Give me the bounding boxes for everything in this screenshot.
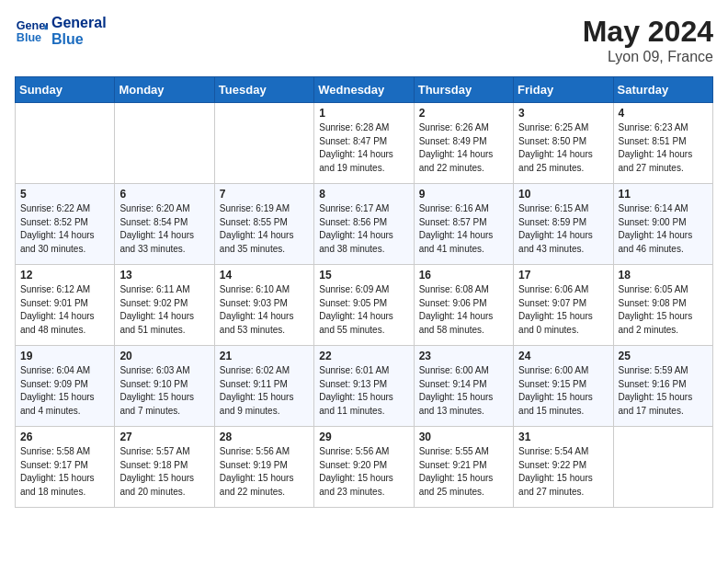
day-number: 27 bbox=[119, 431, 209, 443]
calendar-day-17: 17Sunrise: 6:06 AM Sunset: 9:07 PM Dayli… bbox=[514, 265, 613, 346]
day-content: Sunrise: 6:09 AM Sunset: 9:05 PM Dayligh… bbox=[319, 283, 408, 337]
day-number: 9 bbox=[419, 188, 508, 201]
day-number: 3 bbox=[518, 107, 608, 120]
calendar-day-10: 10Sunrise: 6:15 AM Sunset: 8:59 PM Dayli… bbox=[514, 184, 613, 265]
calendar-day-8: 8Sunrise: 6:17 AM Sunset: 8:56 PM Daylig… bbox=[314, 184, 414, 265]
calendar-day-16: 16Sunrise: 6:08 AM Sunset: 9:06 PM Dayli… bbox=[414, 265, 513, 346]
day-number: 22 bbox=[319, 350, 408, 362]
calendar-week-row: 26Sunrise: 5:58 AM Sunset: 9:17 PM Dayli… bbox=[16, 427, 713, 508]
calendar-day-29: 29Sunrise: 5:56 AM Sunset: 9:20 PM Dayli… bbox=[314, 427, 414, 508]
day-content: Sunrise: 6:23 AM Sunset: 8:51 PM Dayligh… bbox=[619, 121, 708, 175]
logo: General Blue General Blue bbox=[15, 15, 107, 49]
logo-icon: General Blue bbox=[15, 15, 48, 48]
calendar-table: SundayMondayTuesdayWednesdayThursdayFrid… bbox=[15, 76, 713, 508]
calendar-day-22: 22Sunrise: 6:01 AM Sunset: 9:13 PM Dayli… bbox=[314, 346, 414, 427]
calendar-day-18: 18Sunrise: 6:05 AM Sunset: 9:08 PM Dayli… bbox=[613, 265, 712, 346]
day-content: Sunrise: 6:06 AM Sunset: 9:07 PM Dayligh… bbox=[518, 283, 608, 337]
day-content: Sunrise: 6:15 AM Sunset: 8:59 PM Dayligh… bbox=[518, 202, 608, 256]
calendar-week-row: 19Sunrise: 6:04 AM Sunset: 9:09 PM Dayli… bbox=[16, 346, 713, 427]
calendar-header-saturday: Saturday bbox=[613, 77, 712, 103]
calendar-day-2: 2Sunrise: 6:26 AM Sunset: 8:49 PM Daylig… bbox=[414, 103, 513, 184]
day-content: Sunrise: 5:57 AM Sunset: 9:18 PM Dayligh… bbox=[119, 445, 209, 499]
day-number: 11 bbox=[619, 188, 708, 201]
day-number: 30 bbox=[419, 431, 508, 443]
day-number: 19 bbox=[20, 350, 109, 362]
calendar-header-sunday: Sunday bbox=[16, 77, 115, 103]
calendar-empty-cell bbox=[214, 103, 313, 184]
location: Lyon 09, France bbox=[583, 49, 713, 65]
day-content: Sunrise: 5:56 AM Sunset: 9:19 PM Dayligh… bbox=[220, 445, 309, 499]
day-number: 24 bbox=[518, 350, 608, 362]
calendar-header-friday: Friday bbox=[514, 77, 613, 103]
day-content: Sunrise: 5:54 AM Sunset: 9:22 PM Dayligh… bbox=[518, 445, 608, 499]
calendar-day-26: 26Sunrise: 5:58 AM Sunset: 9:17 PM Dayli… bbox=[16, 427, 115, 508]
day-number: 4 bbox=[619, 107, 708, 120]
calendar-header-wednesday: Wednesday bbox=[314, 77, 414, 103]
calendar-day-11: 11Sunrise: 6:14 AM Sunset: 9:00 PM Dayli… bbox=[613, 184, 712, 265]
day-content: Sunrise: 6:28 AM Sunset: 8:47 PM Dayligh… bbox=[319, 121, 408, 175]
day-content: Sunrise: 6:08 AM Sunset: 9:06 PM Dayligh… bbox=[419, 283, 508, 337]
day-number: 29 bbox=[319, 431, 408, 443]
calendar-empty-cell bbox=[613, 427, 712, 508]
calendar-day-24: 24Sunrise: 6:00 AM Sunset: 9:15 PM Dayli… bbox=[514, 346, 613, 427]
day-number: 14 bbox=[220, 269, 309, 282]
calendar-day-5: 5Sunrise: 6:22 AM Sunset: 8:52 PM Daylig… bbox=[16, 184, 115, 265]
day-number: 28 bbox=[220, 431, 309, 443]
page-header: General Blue General Blue May 2024 Lyon … bbox=[15, 15, 713, 65]
day-content: Sunrise: 6:17 AM Sunset: 8:56 PM Dayligh… bbox=[319, 202, 408, 256]
calendar-day-4: 4Sunrise: 6:23 AM Sunset: 8:51 PM Daylig… bbox=[613, 103, 712, 184]
day-content: Sunrise: 5:55 AM Sunset: 9:21 PM Dayligh… bbox=[419, 445, 508, 499]
day-content: Sunrise: 6:22 AM Sunset: 8:52 PM Dayligh… bbox=[20, 202, 109, 256]
day-content: Sunrise: 6:25 AM Sunset: 8:50 PM Dayligh… bbox=[518, 121, 608, 175]
day-number: 7 bbox=[220, 188, 309, 201]
day-content: Sunrise: 6:03 AM Sunset: 9:10 PM Dayligh… bbox=[119, 364, 209, 418]
day-number: 17 bbox=[518, 269, 608, 282]
calendar-day-25: 25Sunrise: 5:59 AM Sunset: 9:16 PM Dayli… bbox=[613, 346, 712, 427]
day-content: Sunrise: 6:12 AM Sunset: 9:01 PM Dayligh… bbox=[20, 283, 109, 337]
calendar-day-13: 13Sunrise: 6:11 AM Sunset: 9:02 PM Dayli… bbox=[115, 265, 214, 346]
day-content: Sunrise: 6:00 AM Sunset: 9:15 PM Dayligh… bbox=[518, 364, 608, 418]
calendar-header-tuesday: Tuesday bbox=[214, 77, 313, 103]
day-number: 25 bbox=[619, 350, 708, 362]
day-content: Sunrise: 6:05 AM Sunset: 9:08 PM Dayligh… bbox=[619, 283, 708, 337]
day-content: Sunrise: 6:20 AM Sunset: 8:54 PM Dayligh… bbox=[119, 202, 209, 256]
day-content: Sunrise: 6:00 AM Sunset: 9:14 PM Dayligh… bbox=[419, 364, 508, 418]
day-number: 2 bbox=[419, 107, 508, 120]
day-number: 15 bbox=[319, 269, 408, 282]
day-content: Sunrise: 6:04 AM Sunset: 9:09 PM Dayligh… bbox=[20, 364, 109, 418]
day-number: 31 bbox=[518, 431, 608, 443]
day-content: Sunrise: 5:58 AM Sunset: 9:17 PM Dayligh… bbox=[20, 445, 109, 499]
day-number: 8 bbox=[319, 188, 408, 201]
day-number: 12 bbox=[20, 269, 109, 282]
day-number: 21 bbox=[220, 350, 309, 362]
calendar-week-row: 12Sunrise: 6:12 AM Sunset: 9:01 PM Dayli… bbox=[16, 265, 713, 346]
day-number: 16 bbox=[419, 269, 508, 282]
svg-text:Blue: Blue bbox=[17, 31, 41, 44]
day-content: Sunrise: 6:14 AM Sunset: 9:00 PM Dayligh… bbox=[619, 202, 708, 256]
day-content: Sunrise: 6:01 AM Sunset: 9:13 PM Dayligh… bbox=[319, 364, 408, 418]
day-number: 6 bbox=[119, 188, 209, 201]
day-number: 5 bbox=[20, 188, 109, 201]
calendar-week-row: 1Sunrise: 6:28 AM Sunset: 8:47 PM Daylig… bbox=[16, 103, 713, 184]
day-content: Sunrise: 6:02 AM Sunset: 9:11 PM Dayligh… bbox=[220, 364, 309, 418]
calendar-empty-cell bbox=[115, 103, 214, 184]
day-number: 1 bbox=[319, 107, 408, 120]
day-number: 23 bbox=[419, 350, 508, 362]
title-block: May 2024 Lyon 09, France bbox=[583, 15, 713, 65]
calendar-day-3: 3Sunrise: 6:25 AM Sunset: 8:50 PM Daylig… bbox=[514, 103, 613, 184]
day-number: 10 bbox=[518, 188, 608, 201]
day-content: Sunrise: 6:26 AM Sunset: 8:49 PM Dayligh… bbox=[419, 121, 508, 175]
calendar-day-15: 15Sunrise: 6:09 AM Sunset: 9:05 PM Dayli… bbox=[314, 265, 414, 346]
calendar-day-27: 27Sunrise: 5:57 AM Sunset: 9:18 PM Dayli… bbox=[115, 427, 214, 508]
calendar-day-30: 30Sunrise: 5:55 AM Sunset: 9:21 PM Dayli… bbox=[414, 427, 513, 508]
day-content: Sunrise: 6:16 AM Sunset: 8:57 PM Dayligh… bbox=[419, 202, 508, 256]
calendar-header-monday: Monday bbox=[115, 77, 214, 103]
calendar-day-12: 12Sunrise: 6:12 AM Sunset: 9:01 PM Dayli… bbox=[16, 265, 115, 346]
calendar-day-7: 7Sunrise: 6:19 AM Sunset: 8:55 PM Daylig… bbox=[214, 184, 313, 265]
day-content: Sunrise: 5:56 AM Sunset: 9:20 PM Dayligh… bbox=[319, 445, 408, 499]
day-number: 26 bbox=[20, 431, 109, 443]
logo-text-blue: Blue bbox=[51, 31, 107, 48]
calendar-day-23: 23Sunrise: 6:00 AM Sunset: 9:14 PM Dayli… bbox=[414, 346, 513, 427]
calendar-day-28: 28Sunrise: 5:56 AM Sunset: 9:19 PM Dayli… bbox=[214, 427, 313, 508]
calendar-header-thursday: Thursday bbox=[414, 77, 513, 103]
